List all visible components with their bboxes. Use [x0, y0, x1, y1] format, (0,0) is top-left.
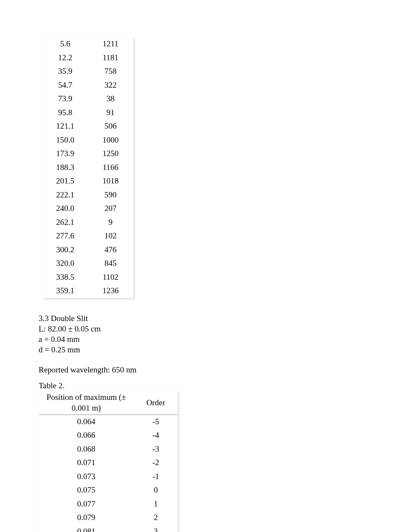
table-cell: 0.077 [39, 497, 134, 511]
table-cell: 0.081 [39, 525, 134, 532]
table-cell: 54.7 [42, 78, 88, 92]
double-slit-section: 3.3 Double Slit L: 82.00 ± 0.05 cm a = 0… [39, 313, 371, 391]
table-cell: 262.1 [42, 216, 88, 229]
table-cell: 506 [88, 119, 134, 133]
table-row: 73.938 [42, 92, 133, 106]
table-cell: 2 [134, 511, 178, 525]
table-row: 262.19 [42, 216, 133, 229]
table-cell: 102 [88, 229, 134, 243]
table-cell: 300.2 [42, 243, 88, 257]
table-cell: 476 [88, 243, 134, 257]
table-cell: 0.066 [39, 428, 134, 442]
table-cell: -4 [134, 428, 178, 442]
table-row: 188.31166 [42, 161, 133, 175]
table-cell: 322 [88, 78, 134, 92]
table-row: 201.51018 [42, 174, 133, 188]
table-cell: 1211 [88, 37, 134, 51]
table-cell: 1166 [88, 161, 134, 175]
table-row: 300.2476 [42, 243, 133, 257]
table-1: 5.6121112.2118135.975854.732273.93895.89… [42, 37, 133, 298]
table-row: 277.6102 [42, 229, 133, 243]
reported-wavelength: Reported wavelength: 650 nm [39, 365, 371, 375]
table-cell: 758 [88, 65, 134, 78]
param-L: L: 82.00 ± 0.05 cm [39, 324, 371, 334]
table-cell: -1 [134, 470, 178, 484]
table-row: 0.0813 [39, 525, 178, 532]
table-row: 240.0207 [42, 202, 133, 216]
table-cell: 95.8 [42, 106, 88, 120]
table-cell: 845 [88, 257, 134, 270]
table-row: 320.0845 [42, 257, 133, 270]
table-cell: 0 [134, 483, 178, 497]
table-cell: 1 [134, 497, 178, 511]
table-cell: 121.1 [42, 119, 88, 133]
table-cell: 320.0 [42, 257, 88, 270]
table-cell: 150.0 [42, 133, 88, 147]
table-cell: -5 [134, 415, 178, 428]
table-row: 150.01000 [42, 133, 133, 147]
table-cell: 1000 [88, 133, 134, 147]
table-cell: 12.2 [42, 51, 88, 65]
table-cell: 590 [88, 188, 134, 202]
table-row: 0.0750 [39, 483, 178, 497]
table-cell: 0.079 [39, 511, 134, 525]
table-row: 0.064-5 [39, 415, 178, 428]
table-cell: 222.1 [42, 188, 88, 202]
table-row: 0.0792 [39, 511, 178, 525]
table-cell: 201.5 [42, 174, 88, 188]
table-cell: 1250 [88, 147, 134, 161]
table-row: 173.91250 [42, 147, 133, 161]
table-row: 54.7322 [42, 78, 133, 92]
table-row: 5.61211 [42, 37, 133, 51]
table-cell: 207 [88, 202, 134, 216]
table-cell: 359.1 [42, 284, 88, 298]
table-cell: 0.075 [39, 483, 134, 497]
table-cell: 1102 [88, 270, 134, 284]
table-row: 0.066-4 [39, 428, 178, 442]
table-2-caption: Table 2. [39, 381, 371, 391]
table-row: 35.9758 [42, 65, 133, 78]
table-cell: 188.3 [42, 161, 88, 175]
table-cell: 1181 [88, 51, 134, 65]
table-cell: 0.071 [39, 456, 134, 470]
table-cell: 0.073 [39, 470, 134, 484]
table-cell: 0.064 [39, 415, 134, 428]
section-heading: 3.3 Double Slit [39, 313, 371, 324]
table-cell: 277.6 [42, 229, 88, 243]
table-row: 0.068-3 [39, 442, 178, 456]
table-row: 359.11236 [42, 284, 133, 298]
table-cell: 1018 [88, 174, 134, 188]
table-row: 0.071-2 [39, 456, 178, 470]
table-cell: 240.0 [42, 202, 88, 216]
table-row: 338.51102 [42, 270, 133, 284]
table-cell: 35.9 [42, 65, 88, 78]
table-cell: 38 [88, 92, 134, 106]
table-row: 95.891 [42, 106, 133, 120]
table-2-header-position: Position of maximum (± 0.001 m) [39, 391, 134, 415]
table-row: 121.1506 [42, 119, 133, 133]
table-cell: 91 [88, 106, 134, 120]
table-cell: 173.9 [42, 147, 88, 161]
table-cell: 3 [134, 525, 178, 532]
table-cell: 1236 [88, 284, 134, 298]
table-row: 0.0771 [39, 497, 178, 511]
table-2: Position of maximum (± 0.001 m) Order 0.… [39, 391, 178, 532]
table-row: 0.073-1 [39, 470, 178, 484]
param-d: d = 0.25 mm [39, 345, 371, 355]
table-cell: 73.9 [42, 92, 88, 106]
table-cell: -2 [134, 456, 178, 470]
table-cell: 9 [88, 216, 134, 229]
param-a: a = 0.04 mm [39, 334, 371, 345]
table-cell: 338.5 [42, 270, 88, 284]
table-row: 12.21181 [42, 51, 133, 65]
table-cell: 0.068 [39, 442, 134, 456]
table-2-header-order: Order [134, 391, 178, 415]
table-cell: -3 [134, 442, 178, 456]
table-row: 222.1590 [42, 188, 133, 202]
table-cell: 5.6 [42, 37, 88, 51]
